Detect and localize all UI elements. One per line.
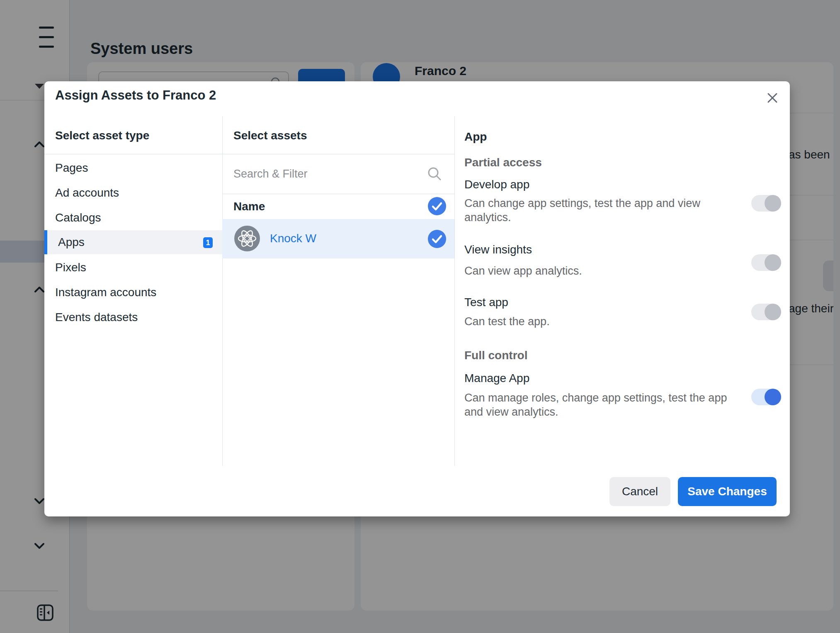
toggle-knob [765,254,781,271]
search-filter-row [222,154,454,194]
assign-assets-dialog: Assign Assets to Franco 2 Select asset t… [44,81,790,516]
column-divider [454,116,455,466]
asset-type-ad-accounts[interactable]: Ad accounts [44,180,222,205]
close-icon [766,92,779,104]
toggle-knob [765,389,781,405]
permission-label-manage-app: Manage App [464,372,529,385]
save-changes-button[interactable]: Save Changes [678,477,777,506]
assets-column-header: Select assets [233,129,307,142]
permission-description: Can change app settings, test the app an… [464,196,730,224]
asset-type-column-header: Select asset type [55,129,149,142]
permission-description: Can view app analytics. [464,264,730,278]
toggle-knob [765,195,781,212]
select-all-checkbox[interactable] [428,197,446,215]
permission-label-test-app: Test app [464,296,508,309]
dialog-title: Assign Assets to Franco 2 [55,88,216,103]
asset-checkbox[interactable] [428,230,446,248]
asset-type-events-datasets[interactable]: Events datasets [44,305,222,330]
asset-type-pages[interactable]: Pages [44,156,222,180]
toggle-develop-app[interactable] [751,195,781,212]
asset-row-knock-w[interactable]: Knock W [222,219,454,258]
selected-indicator [44,230,47,254]
cancel-button[interactable]: Cancel [609,477,670,506]
count-badge: 1 [203,237,213,248]
permission-label-develop-app: Develop app [464,178,529,191]
assets-header-row: Name [222,194,454,219]
divider [44,154,222,154]
name-column-header: Name [233,200,265,213]
search-icon [427,166,442,181]
asset-name: Knock W [270,232,316,245]
permission-description: Can manage roles, change app settings, t… [464,391,730,419]
toggle-knob [765,304,781,320]
partial-access-section-label: Partial access [464,156,542,169]
toggle-manage-app[interactable] [751,389,781,405]
search-input[interactable] [233,163,441,185]
asset-type-pixels[interactable]: Pixels [44,255,222,280]
asset-type-instagram-accounts[interactable]: Instagram accounts [44,280,222,305]
asset-type-catalogs[interactable]: Catalogs [44,205,222,230]
screen: System users Franco 2 as been gr ... age… [0,0,840,633]
full-control-section-label: Full control [464,349,527,362]
app-icon [234,226,260,251]
asset-type-apps[interactable]: Apps 1 [44,230,222,254]
toggle-view-insights[interactable] [751,254,781,271]
permission-label-view-insights: View insights [464,243,532,256]
toggle-test-app[interactable] [751,304,781,320]
close-button[interactable] [764,90,781,106]
permissions-column-header: App [464,130,487,144]
permission-description: Can test the app. [464,314,730,329]
